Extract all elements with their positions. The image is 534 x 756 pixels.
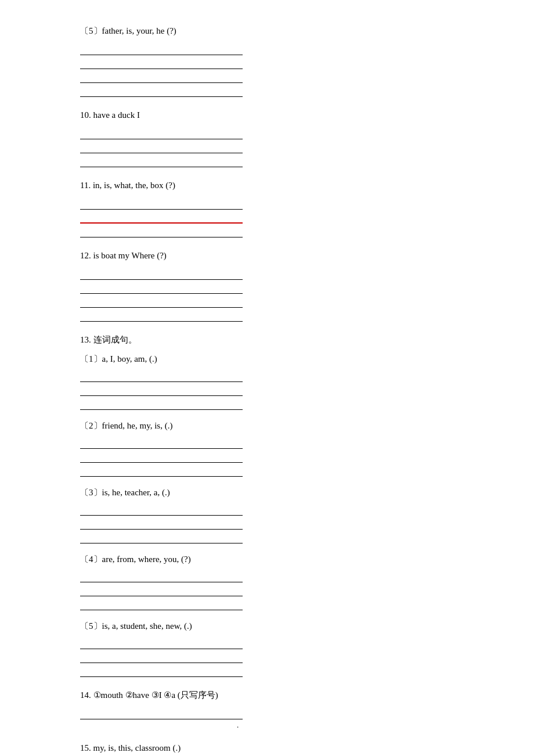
answer-line [80, 309, 243, 322]
question-14: 14. ①mouth ②have ③I ④a (只写序号) . [80, 687, 454, 730]
q13-sub-2-label: 〔2〕friend, he, my, is, (.) [80, 418, 454, 434]
answer-line [80, 141, 243, 153]
answer-line [80, 154, 243, 167]
answer-line [80, 597, 243, 610]
answer-line [80, 397, 243, 410]
question-5-prev: 〔5〕father, is, your, he (?) [80, 23, 454, 97]
answer-line [80, 464, 243, 477]
q15-label: 15. my, is, this, classroom (.) [80, 740, 454, 756]
q12-lines [80, 267, 454, 322]
q13-sub-4-label: 〔4〕are, from, where, you, (?) [80, 552, 454, 567]
answer-line [80, 531, 243, 543]
answer-line [80, 295, 243, 308]
q10-label: 10. have a duck I [80, 107, 454, 123]
q11-label: 11. in, is, what, the, box (?) [80, 178, 454, 193]
answer-line [80, 197, 243, 210]
q5-prev-lines [80, 42, 454, 97]
answer-line [80, 664, 243, 677]
q10-lines [80, 127, 454, 167]
q13-sub-1: 〔1〕a, I, boy, am, (.) [80, 351, 454, 410]
q13-sub-5-label: 〔5〕is, a, student, she, new, (.) [80, 618, 454, 634]
q13-sub-2: 〔2〕friend, he, my, is, (.) [80, 418, 454, 477]
q14-label: 14. ①mouth ②have ③I ④a (只写序号) [80, 687, 454, 703]
answer-line [80, 42, 243, 55]
q13-sub-3: 〔3〕is, he, teacher, a, (.) [80, 485, 454, 543]
answer-line [80, 436, 243, 449]
answer-line-red [80, 211, 243, 224]
question-13: 13. 连词成句。 〔1〕a, I, boy, am, (.) 〔2〕frien… [80, 332, 454, 677]
question-12: 12. is boat my Where (?) [80, 248, 454, 322]
answer-line [80, 84, 243, 97]
answer-line [80, 369, 243, 382]
answer-line [80, 267, 243, 280]
answer-line [80, 570, 243, 582]
q11-lines [80, 197, 454, 237]
q13-sub-4: 〔4〕are, from, where, you, (?) [80, 552, 454, 610]
answer-line [80, 450, 243, 463]
answer-line [80, 636, 243, 649]
q13-sub-1-label: 〔1〕a, I, boy, am, (.) [80, 351, 454, 367]
answer-line [80, 584, 243, 596]
answer-line [80, 225, 243, 237]
answer-line [80, 517, 243, 530]
answer-line [80, 70, 243, 83]
answer-line [80, 56, 243, 69]
question-15: 15. my, is, this, classroom (.) [80, 740, 454, 756]
q13-sub-5: 〔5〕is, a, student, she, new, (.) [80, 618, 454, 677]
answer-line [80, 281, 243, 294]
question-10: 10. have a duck I [80, 107, 454, 167]
answer-line [80, 503, 243, 516]
answer-line [80, 383, 243, 396]
q13-header: 13. 连词成句。 [80, 332, 454, 348]
question-11: 11. in, is, what, the, box (?) [80, 178, 454, 237]
q5-prev-label: 〔5〕father, is, your, he (?) [80, 23, 454, 39]
q14-dot-line [80, 707, 243, 719]
q12-label: 12. is boat my Where (?) [80, 248, 454, 264]
q13-sub-3-label: 〔3〕is, he, teacher, a, (.) [80, 485, 454, 501]
answer-line [80, 127, 243, 139]
answer-line [80, 650, 243, 663]
